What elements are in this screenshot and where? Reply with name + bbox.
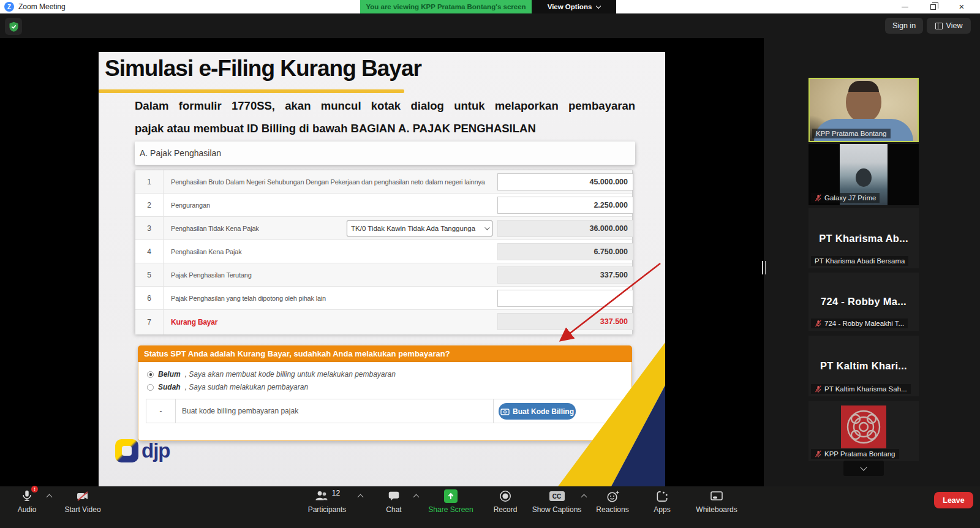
- table-row: 5 Pajak Penghasilan Terutang 337.500: [135, 263, 632, 287]
- tile-pt-kharisma[interactable]: PT Kharisma Ab... PT Kharisma Abadi Bers…: [809, 208, 919, 268]
- row-label: Pajak Penghasilan Terutang: [171, 263, 252, 286]
- leave-button[interactable]: Leave: [934, 492, 973, 508]
- start-video-button[interactable]: Start Video: [49, 488, 116, 514]
- row-label: Penghasilan Tidak Kena Pajak: [171, 217, 342, 239]
- share-screen-icon: [444, 489, 458, 503]
- participant-name: 724 - Robby Maleakhi T...: [824, 320, 904, 327]
- tile-pt-kaltim[interactable]: PT Kaltim Khari... PT Kaltim Kharisma Sa…: [809, 336, 919, 396]
- radio-selected-icon[interactable]: [147, 371, 154, 378]
- scroll-participants-down-button[interactable]: [843, 461, 884, 476]
- table-row: 2 Pengurangan 2.250.000: [135, 194, 632, 217]
- tile-kpp-pratama-avatar[interactable]: KPP Pratama Bontang: [809, 401, 919, 461]
- view-label: View: [946, 21, 963, 30]
- view-options-button[interactable]: View Options: [532, 0, 616, 13]
- row-value-readonly: 337.500: [497, 266, 633, 284]
- option-rest-text: , Saya akan membuat kode billing untuk m…: [185, 370, 396, 379]
- start-video-label: Start Video: [64, 505, 100, 514]
- row-number: 2: [135, 194, 164, 216]
- record-label: Record: [494, 505, 518, 514]
- chat-icon: [387, 489, 401, 503]
- row-value-input[interactable]: [497, 290, 633, 307]
- window-title-bar: Z Zoom Meeting You are viewing KPP Prata…: [0, 0, 980, 13]
- participant-name-label: PT Kharisma Abadi Bersama: [811, 256, 908, 266]
- participant-name: PT Kaltim Kharisma Sah...: [824, 385, 907, 393]
- billing-row-number: -: [146, 399, 176, 423]
- restore-icon: [930, 4, 936, 10]
- whiteboards-button[interactable]: Whiteboards: [683, 488, 750, 514]
- video-tile-kpp-pratama-bontang[interactable]: KPP Pratama Bontang: [809, 78, 919, 142]
- view-options-label: View Options: [548, 3, 592, 10]
- close-button[interactable]: ×: [951, 0, 972, 13]
- row-value-input[interactable]: 2.250.000: [497, 197, 633, 214]
- row-number: 4: [135, 240, 164, 263]
- radio-option-sudah[interactable]: Sudah , Saya sudah melakukan pembayaran: [147, 382, 308, 392]
- share-screen-label: Share Screen: [428, 505, 473, 514]
- table-row: 3 Penghasilan Tidak Kena Pajak TK/0 Tida…: [135, 217, 632, 240]
- minimize-button[interactable]: [894, 0, 915, 13]
- row-label: Kurang Bayar: [171, 310, 217, 334]
- participant-name: KPP Pratama Bontang: [824, 450, 895, 458]
- participant-name-label: PT Kaltim Kharisma Sah...: [811, 384, 911, 394]
- title-underline: [99, 89, 404, 93]
- presentation-slide: Simulasi e-Filing Kurang Bayar Dalam for…: [99, 52, 665, 486]
- row-number: 7: [135, 310, 164, 334]
- muted-mic-icon: [815, 194, 822, 202]
- participants-label: Participants: [308, 505, 347, 514]
- security-shield-button[interactable]: [5, 18, 22, 35]
- participants-count-badge: 12: [332, 489, 340, 497]
- participant-name-label: Galaxy J7 Prime: [811, 193, 880, 203]
- table-row: 1 Penghasilan Bruto Dalam Negeri Sehubun…: [135, 170, 632, 194]
- participant-name-label: 724 - Robby Maleakhi T...: [811, 319, 908, 328]
- video-off-icon: [75, 489, 91, 503]
- option-rest-text: , Saya sudah melakukan pembayaran: [185, 383, 308, 391]
- apps-icon: [655, 489, 669, 503]
- slide-corner-decoration: [506, 309, 665, 486]
- ptkp-status-dropdown[interactable]: TK/0 Tidak Kawin Tidak Ada Tanggunga: [347, 221, 492, 236]
- chevron-down-icon: [484, 225, 489, 230]
- sign-in-button[interactable]: Sign in: [885, 18, 923, 34]
- row-value-input[interactable]: 45.000.000: [497, 173, 633, 190]
- record-icon: [499, 489, 512, 503]
- chevron-down-icon: [860, 464, 867, 470]
- close-icon: ×: [959, 0, 965, 13]
- apps-label: Apps: [654, 505, 670, 514]
- window-title: Zoom Meeting: [18, 0, 66, 13]
- djp-logo-text: djp: [141, 439, 170, 462]
- tile-724-robby[interactable]: 724 - Robby Ma... 724 - Robby Maleakhi T…: [809, 273, 919, 331]
- participant-name: PT Kharisma Abadi Bersama: [815, 257, 905, 265]
- show-captions-label: Show Captions: [532, 505, 582, 514]
- shared-screen-area: Simulasi e-Filing Kurang Bayar Dalam for…: [0, 38, 764, 486]
- whiteboard-icon: [709, 489, 724, 503]
- row-value-readonly: 36.000.000: [497, 220, 633, 237]
- radio-option-belum[interactable]: Belum , Saya akan membuat kode billing u…: [147, 369, 396, 379]
- reactions-label: Reactions: [596, 505, 628, 514]
- video-tile-galaxy-j7-prime[interactable]: Galaxy J7 Prime: [809, 144, 919, 205]
- panel-resize-handle[interactable]: [760, 260, 767, 276]
- form-section-header: A. Pajak Penghasilan: [135, 141, 635, 165]
- shield-check-icon: [9, 21, 19, 32]
- audio-alert-badge: !: [31, 486, 38, 492]
- participant-name: KPP Pratama Bontang: [816, 130, 887, 137]
- row-number: 3: [135, 217, 164, 239]
- dropdown-selected-value: TK/0 Tidak Kawin Tidak Ada Tanggunga: [351, 225, 475, 232]
- restore-button[interactable]: [922, 0, 943, 13]
- captions-icon: CC: [549, 491, 565, 501]
- participant-name: Galaxy J7 Prime: [824, 194, 876, 202]
- row-label: Penghasilan Kena Pajak: [171, 240, 241, 263]
- participants-button[interactable]: 12 Participants: [293, 488, 361, 514]
- radio-unselected-icon[interactable]: [147, 384, 154, 391]
- row-label: Pengurangan: [171, 194, 210, 216]
- row-number: 5: [135, 263, 164, 286]
- djp-logo: djp: [115, 439, 170, 462]
- view-layout-button[interactable]: View: [927, 18, 971, 34]
- slide-intro-line2: pajak atau membuat ID Billing di bawah B…: [135, 122, 635, 135]
- djp-logo-icon: [115, 439, 138, 462]
- row-number: 1: [135, 170, 164, 193]
- form-section-title: A. Pajak Penghasilan: [140, 148, 221, 158]
- reactions-icon: [606, 489, 620, 503]
- grid-view-icon: [935, 23, 943, 29]
- muted-mic-icon: [815, 320, 822, 327]
- row-label: Penghasilan Bruto Dalam Negeri Sehubunga…: [171, 170, 485, 193]
- whiteboards-label: Whiteboards: [696, 505, 737, 514]
- minimize-icon: [902, 7, 908, 7]
